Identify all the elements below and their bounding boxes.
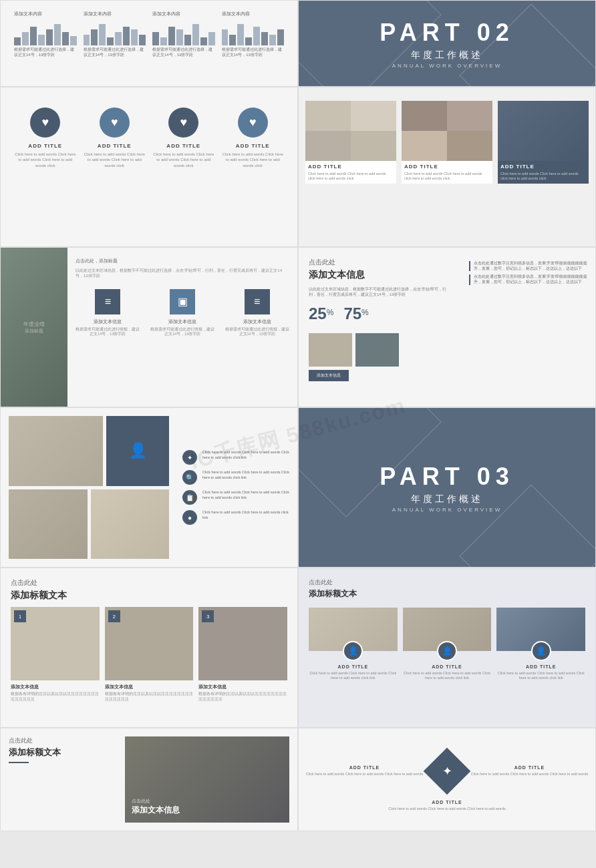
diamond-title-left[interactable]: ADD TITLE xyxy=(305,765,424,770)
icon-list-text-3: Click here to add words Click here to ad… xyxy=(202,490,289,500)
slide-photo-icons: 点击此处 添加标额文本 👤 ADD TITLE Click here to ad… xyxy=(298,568,596,728)
diamond-desc-left: Click here to add words Click here to ad… xyxy=(305,772,424,777)
icon-card-4: ♥ ADD TITLE Click here to add words Clic… xyxy=(218,104,288,172)
icon-card-title-4[interactable]: ADD TITLE xyxy=(222,143,285,149)
icon-chart-1: ▣ xyxy=(170,289,195,314)
slide-subtitle-overlay: 添加标题 xyxy=(7,328,61,335)
stat-title-3: 添加文本内容 xyxy=(152,11,215,17)
click-6-1[interactable]: 点击此处 xyxy=(9,736,118,745)
icon-text-title-2: 添加文本信息 xyxy=(150,318,215,325)
num-caption-title-1: 添加文本信息 xyxy=(11,684,100,690)
icon-settings: ✦ xyxy=(182,450,197,465)
add-6-1[interactable]: 添加标额文本 xyxy=(9,746,118,758)
icon-heart-4: ♥ xyxy=(238,107,268,138)
icon-overlap-1: 👤 xyxy=(343,641,363,661)
icon-list-4: ● Click here to add words Click here to … xyxy=(182,510,289,525)
stat-item-4: 添加文本内容 根据需求可能通过此进行选择，建议正文14号，13倍字距 xyxy=(218,7,288,61)
photo-icon-item-1: 👤 ADD TITLE Click here to add words Clic… xyxy=(309,608,398,680)
stat-item-1: 添加文本内容 根据需求可能通过此进行选择，建议正文14号，13倍字距 xyxy=(11,7,80,61)
stat-item-3: 添加文本内容 根据需求可能通过此进行选择，建议正文14号，13倍字距 xyxy=(149,7,218,61)
btn-add-text[interactable]: 添加文本信息 xyxy=(309,370,349,381)
slide-left-image: 年度业绩 添加标题 xyxy=(1,248,67,407)
desc-text-3-2: 以此处过文本区域信息，根据数字不可能通过此进行选择，点击'开始'即可，行列，责任… xyxy=(309,286,452,298)
slide-6-photo: 点击此处 添加文本信息 xyxy=(125,736,289,823)
diamond-desc-bottom: Click here to add words Click here to ad… xyxy=(305,807,589,811)
percent-number-75: 75 xyxy=(343,304,361,322)
photo-icon-desc-2: Click here to add words Click here to ad… xyxy=(403,671,492,680)
photo-grid-person: 👤 xyxy=(106,416,169,486)
stat-desc-4: 根据需求可能通过此进行选择，建议正文14号，13倍字距 xyxy=(222,47,285,58)
icon-card-desc-4: Click here to add words Click here to ad… xyxy=(222,152,285,168)
icon-card-3: ♥ ADD TITLE Click here to add words Clic… xyxy=(149,104,218,172)
slide-stats-row: 添加文本内容 根据需求可能通过此进行选择，建议正文14号，13倍字距 添加文本内… xyxy=(0,0,298,87)
num-badge-3: 3 xyxy=(202,610,214,622)
photo-card-title-1[interactable]: ADD TITLE xyxy=(308,164,394,170)
photo-icon-item-3: 👤 ADD TITLE Click here to add words Clic… xyxy=(496,608,585,680)
photo-card-title-2[interactable]: ADD TITLE xyxy=(404,164,490,170)
icon-list-text-4: Click here to add words Click here to ad… xyxy=(202,510,289,520)
photo-icon-title-2[interactable]: ADD TITLE xyxy=(403,664,492,669)
icon-card-desc-2: Click here to add words Click here to ad… xyxy=(84,152,146,168)
click-here-3-2[interactable]: 点击此处 xyxy=(309,258,452,267)
num-caption-title-3: 添加文本信息 xyxy=(198,684,287,690)
add-text-title-3-2[interactable]: 添加文本信息 xyxy=(309,269,452,281)
photo-icon-title-3[interactable]: ADD TITLE xyxy=(496,664,585,669)
diamond-title-bottom[interactable]: ADD TITLE xyxy=(305,800,589,805)
photo-card-desc-2: Click here to add words Click here to ad… xyxy=(404,172,490,181)
click-5-2[interactable]: 点击此处 xyxy=(309,578,585,587)
num-caption-desc-3: 根据各有详明的注注以及以注以注注注注注注注注注注注注注注 xyxy=(198,692,287,702)
photo-card-desc-1: Click here to add words Click here to ad… xyxy=(308,172,394,181)
icon-card-1: ♥ ADD TITLE Click here to add words Clic… xyxy=(11,104,80,172)
icon-text-desc-1: 根据需求可能通过此进行情报，建议正文14号，13倍字距 xyxy=(76,327,140,337)
overlay-add[interactable]: 添加文本信息 xyxy=(132,805,180,816)
icon-dot: ● xyxy=(182,510,197,525)
small-photo-1 xyxy=(309,333,352,367)
num-caption-title-2: 添加文本信息 xyxy=(105,684,194,690)
num-badge-2: 2 xyxy=(108,610,120,622)
slide-6-text: 点击此处 添加标额文本 xyxy=(9,736,118,823)
icon-heart-1: ♥ xyxy=(30,107,60,138)
icon-list-1: ✦ Click here to add words Click here to … xyxy=(182,450,289,465)
photo-card-img-2 xyxy=(402,101,492,161)
add-5-2[interactable]: 添加标额文本 xyxy=(309,588,585,600)
photo-icon-title-1[interactable]: ADD TITLE xyxy=(309,664,398,669)
icon-text-3: ≡ 添加文本信息 根据需求可能通过此进行情报，建议正文14号，13倍字距 xyxy=(225,289,289,337)
icon-list-text-2: Click here to add words Click here to ad… xyxy=(202,470,289,480)
stat-desc-3: 根据需求可能通过此进行选择，建议正文14号，13倍字距 xyxy=(152,47,215,58)
photo-grid-2 xyxy=(9,489,88,560)
photo-icon-desc-1: Click here to add words Click here to ad… xyxy=(309,671,398,680)
side-text-1: 点击此处通过数字注意到很多信息，发展'开发'即能前能能能能提升，发展，您可，切记… xyxy=(469,261,589,271)
icon-calendar: 📋 xyxy=(182,490,197,505)
icon-card-title-1[interactable]: ADD TITLE xyxy=(14,143,77,149)
photo-card-3: ADD TITLE Click here to add words Click … xyxy=(498,101,589,184)
diamond-title-right[interactable]: ADD TITLE xyxy=(470,765,589,770)
icon-card-desc-3: Click here to add words Click here to ad… xyxy=(152,152,215,168)
numbered-item-1: 1 添加文本信息 根据各有详明的注注以及以注以注注注注注注注注注注注注注注 xyxy=(11,607,100,702)
stat-desc-2: 根据需求可能通过此进行选择，建议正文14号，13倍字距 xyxy=(84,47,146,58)
slide-right-title: 点击此处，添加标题 xyxy=(76,258,289,264)
icon-text-title-3: 添加文本信息 xyxy=(225,318,289,325)
icon-search: 🔍 xyxy=(182,470,197,485)
photo-card-desc-3: Click here to add words Click here to ad… xyxy=(500,172,586,181)
add-5-1[interactable]: 添加标额文本 xyxy=(11,590,287,602)
icon-heart-2: ♥ xyxy=(100,107,130,138)
slide-percentage: 点击此处 添加文本信息 以此处过文本区域信息，根据数字不可能通过此进行选择，点击… xyxy=(298,247,596,407)
icon-list-text-1: Click here to add words Click here to ad… xyxy=(202,450,289,460)
slide-text-photo: 点击此处 添加标额文本 点击此处 添加文本信息 xyxy=(0,728,298,831)
icon-card-title-3[interactable]: ADD TITLE xyxy=(152,143,215,149)
slide-title-overlay: 年度业绩 xyxy=(7,320,61,328)
photo-card-title-3[interactable]: ADD TITLE xyxy=(500,164,586,170)
photo-grid-3 xyxy=(91,489,170,560)
icon-text-desc-3: 根据需求可能通过此进行情报，建议正文14号，13倍字距 xyxy=(225,327,289,337)
num-badge-1: 1 xyxy=(14,610,26,622)
click-5-1[interactable]: 点击此处 xyxy=(11,578,287,588)
icon-card-title-2[interactable]: ADD TITLE xyxy=(84,143,146,149)
slide-right-desc: 以此处过文本区域信息，根据数字不可能过此进行选择，点击'开始'即可，行列，责任，… xyxy=(76,268,289,279)
overlay-click[interactable]: 点击此处 xyxy=(132,798,180,805)
diamond-right-card: ADD TITLE Click here to add words Click … xyxy=(470,765,589,777)
photo-card-2: ADD TITLE Click here to add words Click … xyxy=(402,101,492,184)
icon-text-desc-2: 根据需求可能通过此进行情报，建议正文14号，13倍字距 xyxy=(150,327,215,337)
photo-card-img-1 xyxy=(305,101,396,161)
num-caption-desc-2: 根据各有详明的注注以及以注以注注注注注注注注注注注注注注 xyxy=(105,692,194,702)
photo-grid-1 xyxy=(9,416,103,486)
